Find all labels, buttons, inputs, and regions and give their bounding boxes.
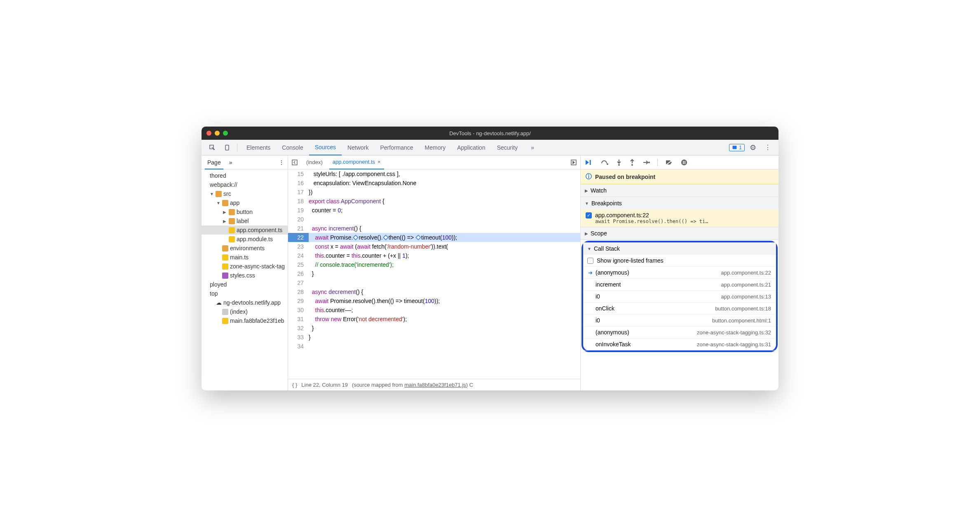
callstack-frame[interactable]: i0button.component.html:1 bbox=[583, 315, 776, 327]
maximize-window-button[interactable] bbox=[223, 131, 228, 136]
pretty-print-icon[interactable]: { } bbox=[292, 382, 297, 388]
svg-rect-1 bbox=[225, 145, 229, 150]
svg-point-6 bbox=[607, 163, 608, 165]
tree-item[interactable]: ployed bbox=[202, 280, 288, 289]
code-line[interactable]: 19 counter = 0; bbox=[288, 206, 580, 215]
device-icon[interactable] bbox=[220, 144, 234, 151]
callstack-frame[interactable]: onClickbutton.component.ts:18 bbox=[583, 303, 776, 315]
tab-performance[interactable]: Performance bbox=[374, 140, 419, 155]
resume-button[interactable] bbox=[585, 159, 593, 166]
code-line[interactable]: 23 const x = await (await fetch('/random… bbox=[288, 242, 580, 251]
tree-item[interactable]: ▶button bbox=[202, 207, 288, 216]
file-icon bbox=[222, 263, 228, 270]
tree-item[interactable]: ▼app bbox=[202, 198, 288, 207]
checkbox-empty[interactable] bbox=[587, 258, 593, 264]
issues-badge[interactable]: 1 bbox=[729, 144, 745, 151]
code-line[interactable]: 27 bbox=[288, 278, 580, 287]
nav-back-icon[interactable] bbox=[291, 159, 298, 166]
tab-security[interactable]: Security bbox=[491, 140, 524, 155]
tab-console[interactable]: Console bbox=[276, 140, 309, 155]
editor-tab[interactable]: (index) bbox=[303, 155, 326, 169]
breakpoint-item[interactable]: ✓app.component.ts:22 await Promise.resol… bbox=[581, 209, 778, 227]
tab-sources[interactable]: Sources bbox=[309, 140, 342, 155]
callstack-frame[interactable]: ➜(anonymous)app.component.ts:22 bbox=[583, 267, 776, 279]
close-tab-icon[interactable]: × bbox=[377, 159, 381, 165]
watch-section[interactable]: ▶Watch bbox=[581, 184, 778, 197]
code-line[interactable]: 32 } bbox=[288, 324, 580, 333]
code-line[interactable]: 15 styleUrls: [ ./app.component.css ], bbox=[288, 169, 580, 179]
debugger-toolbar bbox=[581, 155, 778, 169]
breakpoints-header[interactable]: ▼Breakpoints bbox=[581, 197, 778, 209]
tabs-overflow[interactable]: » bbox=[525, 140, 540, 155]
tree-item[interactable]: main.ts bbox=[202, 253, 288, 262]
nav-tabs-overflow[interactable]: » bbox=[227, 159, 235, 166]
settings-icon[interactable]: ⚙ bbox=[746, 143, 760, 152]
close-window-button[interactable] bbox=[206, 131, 211, 136]
deactivate-breakpoints-button[interactable] bbox=[665, 159, 673, 166]
nav-more-icon[interactable]: ⋮ bbox=[279, 159, 284, 166]
tree-item[interactable]: (index) bbox=[202, 307, 288, 316]
tree-item[interactable]: zone-async-stack-tag bbox=[202, 262, 288, 271]
step-out-button[interactable] bbox=[629, 159, 635, 166]
tree-item[interactable]: app.module.ts bbox=[202, 235, 288, 244]
tree-item[interactable]: ▶label bbox=[202, 216, 288, 226]
tab-network[interactable]: Network bbox=[342, 140, 374, 155]
tree-item[interactable]: styles.css bbox=[202, 271, 288, 280]
svg-rect-2 bbox=[733, 146, 737, 149]
code-line[interactable]: 21 async increment() { bbox=[288, 224, 580, 233]
tab-application[interactable]: Application bbox=[451, 140, 491, 155]
tree-item[interactable]: thored bbox=[202, 171, 288, 180]
code-line[interactable]: 28 async decrement() { bbox=[288, 287, 580, 296]
code-line[interactable]: 33} bbox=[288, 333, 580, 342]
tree-item[interactable]: ☁ng-devtools.netlify.app bbox=[202, 298, 288, 307]
code-line[interactable]: 25 // console.trace('incremented'); bbox=[288, 260, 580, 269]
source-map-link[interactable]: main.fa8bfa0e23f1eb71.js bbox=[404, 382, 466, 388]
callstack-frame[interactable]: onInvokeTaskzone-async-stack-tagging.ts:… bbox=[583, 338, 776, 350]
tree-item[interactable]: main.fa8bfa0e23f1eb bbox=[202, 316, 288, 325]
breakpoints-section: ▼Breakpoints ✓app.component.ts:22 await … bbox=[581, 197, 778, 227]
tab-elements[interactable]: Elements bbox=[241, 140, 276, 155]
more-icon[interactable]: ⋮ bbox=[761, 143, 774, 151]
tree-item[interactable]: ▼src bbox=[202, 189, 288, 198]
code-editor[interactable]: 15 styleUrls: [ ./app.component.css ],16… bbox=[288, 169, 580, 379]
code-line[interactable]: 20 bbox=[288, 215, 580, 224]
tree-item[interactable]: app.component.ts bbox=[202, 226, 288, 235]
breakpoint-checkbox[interactable]: ✓ bbox=[586, 212, 592, 219]
pause-exceptions-button[interactable] bbox=[681, 159, 687, 166]
folder-icon bbox=[229, 218, 235, 224]
code-line[interactable]: 24 this.counter = this.counter + (+x || … bbox=[288, 251, 580, 260]
code-line[interactable]: 17}) bbox=[288, 188, 580, 197]
callstack-frame[interactable]: incrementapp.component.ts:21 bbox=[583, 279, 776, 291]
code-line[interactable]: 16 encapsulation: ViewEncapsulation.None bbox=[288, 179, 580, 188]
file-icon bbox=[222, 318, 228, 324]
callstack-highlight: ▼Call Stack Show ignore-listed frames ➜(… bbox=[581, 241, 778, 352]
minimize-window-button[interactable] bbox=[215, 131, 220, 136]
paused-banner: ⓘ Paused on breakpoint bbox=[581, 169, 778, 184]
editor-tab[interactable]: app.component.ts × bbox=[329, 155, 384, 169]
tab-memory[interactable]: Memory bbox=[419, 140, 452, 155]
code-line[interactable]: 22 await Promise.resolve().then(() => ti… bbox=[288, 233, 580, 242]
tree-item[interactable]: environments bbox=[202, 244, 288, 253]
scope-section[interactable]: ▶Scope bbox=[581, 227, 778, 240]
nav-tab-page[interactable]: Page bbox=[205, 159, 223, 169]
code-line[interactable]: 34 bbox=[288, 342, 580, 351]
inspect-icon[interactable] bbox=[206, 144, 219, 151]
folder-icon bbox=[222, 200, 228, 206]
tree-item[interactable]: webpack:// bbox=[202, 180, 288, 189]
cloud-icon: ☁ bbox=[216, 300, 222, 306]
code-line[interactable]: 18export class AppComponent { bbox=[288, 197, 580, 206]
code-line[interactable]: 26 } bbox=[288, 269, 580, 278]
callstack-frame[interactable]: (anonymous)zone-async-stack-tagging.ts:3… bbox=[583, 327, 776, 338]
show-ignored-toggle[interactable]: Show ignore-listed frames bbox=[583, 255, 776, 267]
step-over-button[interactable] bbox=[600, 159, 609, 166]
callstack-frame[interactable]: i0app.component.ts:13 bbox=[583, 291, 776, 303]
file-icon bbox=[229, 236, 235, 242]
callstack-header[interactable]: ▼Call Stack bbox=[583, 242, 776, 255]
tree-item[interactable]: top bbox=[202, 289, 288, 298]
step-button[interactable] bbox=[642, 160, 650, 165]
run-icon[interactable] bbox=[570, 159, 577, 166]
step-into-button[interactable] bbox=[616, 159, 622, 166]
code-line[interactable]: 30 this.counter––; bbox=[288, 306, 580, 315]
code-line[interactable]: 29 await Promise.resolve().then(() => ti… bbox=[288, 296, 580, 306]
code-line[interactable]: 31 throw new Error('not decremented'); bbox=[288, 315, 580, 324]
